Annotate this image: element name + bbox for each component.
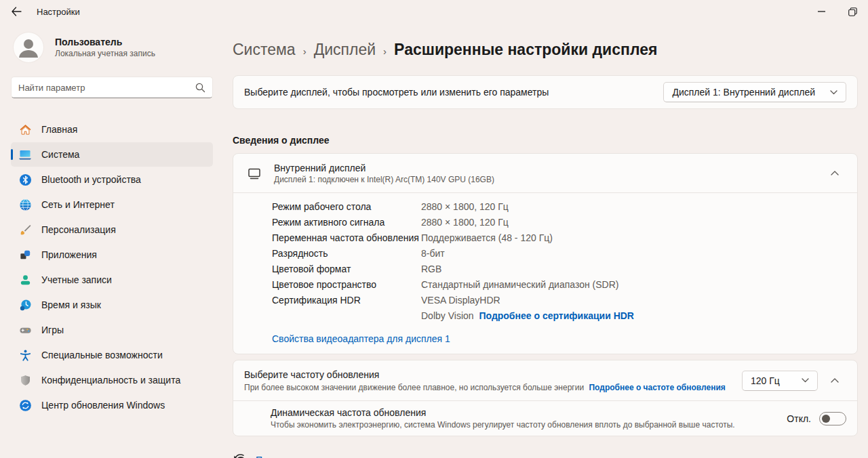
user-account-type: Локальная учетная запись (55, 49, 155, 58)
info-label: Сертификация HDR (272, 293, 421, 308)
user-name: Пользователь (55, 37, 155, 47)
back-button[interactable] (5, 2, 27, 21)
hdr-certification-link[interactable]: Подробнее о сертификации HDR (479, 310, 634, 321)
chevron-up-icon (831, 171, 839, 175)
sidebar-item-accounts[interactable]: Учетные записи (11, 268, 213, 292)
refresh-rate-title: Выберите частоту обновления (244, 369, 728, 380)
adapter-properties-link[interactable]: Свойства видеоадаптера для дисплея 1 (272, 333, 450, 344)
dynamic-refresh-rate-row: Динамическая частота обновления Чтобы эк… (233, 401, 857, 436)
home-icon (18, 123, 32, 136)
sidebar-item-personalization[interactable]: Персонализация (11, 217, 213, 242)
display-info-header[interactable]: Внутренний дисплей Дисплей 1: подключен … (233, 154, 857, 192)
collapse-refresh-rate-button[interactable] (823, 371, 846, 391)
breadcrumb: Система › Дисплей › Расширенные настройк… (233, 41, 858, 59)
refresh-rate-value: 120 Гц (751, 375, 780, 386)
restore-button[interactable] (837, 0, 868, 23)
sidebar-item-label: Игры (41, 325, 64, 335)
info-row-variable-refresh: Переменная частота обновления Поддержива… (272, 230, 846, 246)
app-title: Настройки (37, 7, 80, 17)
sidebar-item-privacy-security[interactable]: Конфиденциальность и защита (11, 368, 213, 392)
hdr-line1: VESA DisplayHDR (421, 293, 634, 308)
refresh-rate-dropdown[interactable]: 120 Гц (742, 371, 818, 391)
settings-window: Настройки Пользователь Локальная учетная… (0, 0, 868, 458)
search-input[interactable] (18, 83, 195, 93)
info-row-bit-depth: Разрядность 8-бит (272, 246, 846, 262)
user-account-row[interactable]: Пользователь Локальная учетная запись (14, 33, 224, 62)
info-value: VESA DisplayHDR Dolby Vision Подробнее о… (421, 293, 634, 324)
refresh-rate-header: Выберите частоту обновления При более вы… (233, 360, 857, 400)
sidebar-item-accessibility[interactable]: Специальные возможности (11, 343, 213, 367)
toggle-state-label: Откл. (787, 413, 811, 424)
info-value: 8-бит (421, 246, 445, 262)
window-controls (806, 0, 868, 23)
display-info-title: Внутренний дисплей (274, 163, 494, 173)
sidebar-item-label: Система (41, 149, 79, 160)
minimize-icon (818, 11, 825, 12)
display-info-subtitle: Дисплей 1: подключен к Intel(R) Arc(TM) … (274, 175, 494, 184)
display-select-value: Дисплей 1: Внутренний дисплей (672, 87, 815, 98)
info-row-color-space: Цветовое пространство Стандартный динами… (272, 277, 846, 293)
toggle-knob (822, 415, 830, 423)
breadcrumb-separator: › (383, 43, 387, 57)
info-row-hdr-certification: Сертификация HDR VESA DisplayHDR Dolby V… (272, 293, 846, 324)
page-title: Расширенные настройки дисплея (394, 41, 657, 59)
info-label: Цветовое пространство (272, 277, 421, 293)
back-arrow-icon (11, 7, 22, 16)
avatar (14, 33, 43, 62)
display-select-dropdown[interactable]: Дисплей 1: Внутренний дисплей (663, 82, 846, 102)
breadcrumb-display[interactable]: Дисплей (314, 41, 376, 59)
sidebar-item-bluetooth-devices[interactable]: Bluetooth и устройства (11, 167, 213, 192)
chevron-down-icon (802, 378, 809, 383)
minimize-button[interactable] (806, 0, 837, 23)
clock-icon (18, 298, 32, 312)
dynamic-refresh-toggle-group: Откл. (787, 412, 846, 425)
search-icon (195, 82, 205, 93)
titlebar: Настройки (0, 0, 868, 23)
sidebar-item-system[interactable]: Система (11, 142, 213, 167)
display-info-card: Внутренний дисплей Дисплей 1: подключен … (233, 153, 858, 354)
info-row-desktop-mode: Режим рабочего стола 2880 × 1800, 120 Гц (272, 199, 846, 215)
system-icon (18, 148, 32, 161)
info-label: Цветовой формат (272, 262, 421, 277)
sidebar-item-network-internet[interactable]: Сеть и Интернет (11, 192, 213, 217)
refresh-rate-learn-more-link[interactable]: Подробнее о частоте обновления (589, 383, 725, 392)
sidebar: Пользователь Локальная учетная запись Гл… (0, 23, 224, 458)
info-value: Стандартный динамический диапазон (SDR) (421, 277, 618, 293)
sidebar-item-label: Центр обновления Windows (41, 400, 165, 411)
sidebar-nav: Главная Система Bluetooth и устройства С… (11, 117, 213, 417)
dynamic-refresh-subtitle: Чтобы экономить электроэнергию, система … (271, 420, 774, 430)
sidebar-item-label: Учетные записи (41, 274, 112, 285)
search-box[interactable] (11, 77, 213, 98)
sidebar-item-label: Приложения (41, 249, 97, 260)
display-select-label: Выберите дисплей, чтобы просмотреть или … (244, 87, 549, 98)
refresh-rate-card: Выберите частоту обновления При более вы… (233, 360, 858, 436)
sidebar-item-home[interactable]: Главная (11, 117, 213, 142)
info-value: 2880 × 1800, 120 Гц (421, 215, 509, 230)
restore-icon (848, 7, 857, 16)
info-row-active-signal-mode: Режим активного сигнала 2880 × 1800, 120… (272, 215, 846, 230)
info-label: Переменная частота обновления (272, 230, 421, 246)
bluetooth-icon (18, 173, 32, 186)
info-value: RGB (421, 262, 441, 277)
sidebar-item-windows-update[interactable]: Центр обновления Windows (11, 393, 213, 417)
sidebar-item-gaming[interactable]: Игры (11, 318, 213, 342)
sidebar-item-time-language[interactable]: Время и язык (11, 293, 213, 317)
accessibility-icon (18, 348, 32, 362)
sidebar-item-apps[interactable]: Приложения (11, 243, 213, 267)
info-row-color-format: Цветовой формат RGB (272, 262, 846, 277)
info-value: Поддерживается (48 - 120 Гц) (421, 230, 553, 246)
brush-icon (18, 223, 32, 236)
collapse-display-info-button[interactable] (823, 163, 846, 184)
info-label: Режим рабочего стола (272, 199, 421, 215)
user-icon (14, 33, 43, 62)
dynamic-refresh-toggle[interactable] (819, 412, 846, 425)
breadcrumb-system[interactable]: Система (233, 41, 296, 59)
get-help-icon: ? (233, 453, 248, 458)
main-content: Система › Дисплей › Расширенные настройк… (224, 23, 868, 458)
monitor-icon (247, 166, 262, 181)
sidebar-item-label: Bluetooth и устройства (41, 174, 141, 185)
info-value: 2880 × 1800, 120 Гц (421, 199, 509, 215)
get-help-link[interactable]: Получить помощь (256, 455, 335, 458)
adapter-properties-row: Свойства видеоадаптера для дисплея 1 (272, 332, 846, 346)
sidebar-item-label: Конфиденциальность и защита (41, 375, 180, 386)
